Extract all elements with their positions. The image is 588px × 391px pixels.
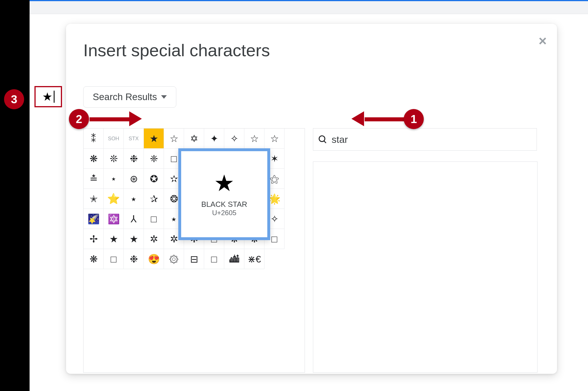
dropdown-caret-icon <box>161 95 167 99</box>
char-cell[interactable]: □ <box>144 209 164 229</box>
char-cell[interactable]: ≛ <box>84 169 104 189</box>
char-cell[interactable]: ❋ <box>84 249 104 269</box>
char-cell[interactable]: ☆ <box>164 129 184 149</box>
draw-character-panel[interactable] <box>313 162 537 373</box>
char-cell[interactable]: ✦ <box>204 129 224 149</box>
char-cell[interactable]: ✡ <box>184 129 204 149</box>
char-cell[interactable]: ❈ <box>144 149 164 169</box>
left-black-bar <box>0 0 30 391</box>
char-cell[interactable]: ✧ <box>224 129 244 149</box>
preview-name: BLACK STAR <box>201 200 247 209</box>
dialog-title: Insert special characters <box>66 24 557 60</box>
search-icon <box>318 135 327 144</box>
char-cell[interactable]: ★ <box>124 229 144 249</box>
char-cell[interactable]: ❋ <box>84 149 104 169</box>
char-cell[interactable]: ⋆ <box>104 169 124 189</box>
char-cell[interactable]: ٭ <box>124 189 144 209</box>
char-cell[interactable]: ✰ <box>144 189 164 209</box>
char-cell[interactable]: STX <box>124 129 144 149</box>
char-cell[interactable]: ❊ <box>104 149 124 169</box>
preview-glyph: ★ <box>214 172 235 195</box>
char-cell[interactable]: ⋇€ <box>244 249 264 269</box>
char-cell[interactable]: ✭ <box>84 189 104 209</box>
callout-badge-2: 2 <box>69 109 89 129</box>
char-cell[interactable]: ❉ <box>124 249 144 269</box>
document-insert-preview: ★ <box>34 86 62 107</box>
char-cell[interactable]: ☆ <box>244 129 264 149</box>
search-box[interactable] <box>313 128 537 151</box>
character-grid-panel: ⁑SOHSTX★☆✡✦✧☆☆❋❊❉❈□□□⚝□✶≛⋆⊛✪✫☪✯✬⚝⚝✭⭐٭✰❂✷… <box>83 128 305 373</box>
char-cell[interactable]: ✪ <box>144 169 164 189</box>
inserted-star-icon: ★ <box>42 90 53 103</box>
callout-badge-1: 1 <box>404 109 424 129</box>
char-cell[interactable]: ⅄ <box>124 209 144 229</box>
char-cell[interactable]: ⊟ <box>184 249 204 269</box>
char-cell[interactable]: 🏙 <box>224 249 244 269</box>
char-cell[interactable]: ✲ <box>144 229 164 249</box>
char-cell[interactable]: ✢ <box>84 229 104 249</box>
char-cell[interactable]: □ <box>104 249 124 269</box>
char-cell[interactable]: ★ <box>144 129 164 149</box>
callout-badge-3: 3 <box>4 89 24 109</box>
search-input[interactable] <box>331 134 531 145</box>
character-preview-tooltip: ★ BLACK STAR U+2605 <box>178 148 270 240</box>
char-cell[interactable]: ⊛ <box>124 169 144 189</box>
preview-codepoint: U+2605 <box>212 209 237 217</box>
char-cell[interactable]: ⭐ <box>104 189 124 209</box>
text-cursor <box>54 91 55 103</box>
char-cell[interactable]: □ <box>204 249 224 269</box>
char-cell[interactable]: 🌠 <box>84 209 104 229</box>
category-dropdown-label: Search Results <box>93 92 157 102</box>
char-cell[interactable]: ☆ <box>264 129 285 149</box>
category-dropdown[interactable]: Search Results <box>83 86 176 108</box>
insert-special-characters-dialog: Insert special characters × Search Resul… <box>66 24 557 374</box>
char-cell[interactable]: 🔯 <box>104 209 124 229</box>
char-cell[interactable]: 😍 <box>144 249 164 269</box>
browser-top-strip <box>30 0 588 14</box>
char-cell[interactable]: ❉ <box>124 149 144 169</box>
close-button[interactable]: × <box>539 34 547 48</box>
char-cell[interactable]: ⁑ <box>84 129 104 149</box>
char-cell[interactable]: SOH <box>104 129 124 149</box>
char-cell[interactable]: ★ <box>104 229 124 249</box>
char-cell[interactable]: ۞ <box>164 249 184 269</box>
